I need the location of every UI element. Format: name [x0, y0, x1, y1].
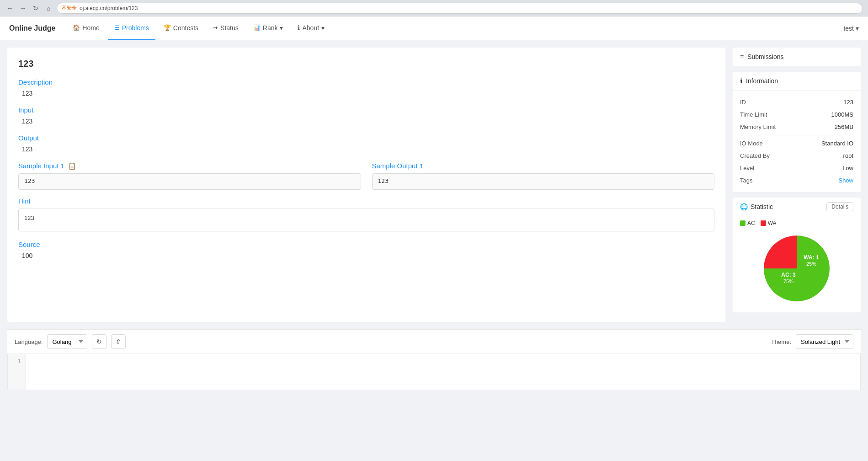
legend-ac-item: AC [740, 220, 755, 226]
info-divider1 [740, 135, 853, 135]
refresh-button[interactable]: ↻ [31, 4, 40, 13]
info-id-label: ID [740, 99, 746, 106]
pie-chart-container: AC: 3 75% WA: 1 25% [733, 228, 861, 312]
status-nav-icon: ➜ [213, 24, 218, 31]
theme-label: Theme: [771, 338, 791, 345]
output-title: Output [18, 134, 714, 142]
info-icon: ℹ [740, 77, 742, 85]
info-created-by: Created By root [740, 150, 853, 162]
statistic-label: Statistic [751, 203, 773, 210]
source-content: 100 [18, 252, 714, 259]
main-layout: 123 Description 123 Input 123 Output 123… [0, 40, 868, 329]
nav-rank-label: Rank [263, 24, 278, 32]
copy-icon[interactable]: 📋 [68, 162, 76, 170]
about-dropdown-icon: ▾ [321, 24, 325, 32]
reset-button[interactable]: ↻ [92, 334, 107, 349]
nav-contests-label: Contests [173, 24, 198, 32]
code-editor-wrapper: 1 [7, 354, 861, 390]
wa-chart-percent: 25% [806, 261, 816, 267]
editor-bar: Language: Golang C C++ Java Python3 ↻ ⇧ … [7, 329, 861, 354]
language-label: Language: [15, 338, 43, 345]
back-button[interactable]: ← [5, 4, 15, 13]
home-nav-icon: 🏠 [73, 24, 80, 31]
hint-section: Hint 123 [18, 197, 714, 231]
sample-input-title: Sample Input 1 📋 [18, 162, 361, 170]
nav-problems[interactable]: ☰ Problems [108, 16, 155, 40]
line-numbers: 1 [8, 354, 26, 390]
submissions-menu-icon: ≡ [740, 53, 744, 60]
theme-select[interactable]: Solarized Light Monokai Dracula [796, 334, 853, 349]
forward-button[interactable]: → [18, 4, 27, 13]
sample-input-label: Sample Input 1 [18, 162, 64, 170]
submissions-label: Submissions [747, 53, 783, 60]
reset-icon: ↻ [96, 338, 102, 345]
legend-wa-item: WA [761, 220, 777, 226]
info-tags-show[interactable]: Show [838, 177, 853, 184]
nav-rank[interactable]: 📊 Rank ▾ [247, 16, 290, 40]
nav-about[interactable]: ℹ About ▾ [291, 16, 331, 40]
upload-button[interactable]: ⇧ [111, 334, 126, 349]
app-logo: Online Judge [9, 24, 55, 32]
ac-chart-label: AC: 3 [781, 272, 796, 278]
ac-dot [740, 220, 746, 226]
output-content: 123 [18, 145, 714, 153]
rank-nav-icon: 📊 [253, 24, 261, 31]
user-menu[interactable]: test ▾ [843, 25, 859, 32]
statistic-header: 🌐 Statistic Details [733, 198, 861, 216]
details-button[interactable]: Details [826, 202, 853, 211]
info-time-label: Time Limit [740, 111, 767, 118]
code-area[interactable] [26, 354, 860, 390]
info-created-value: root [843, 152, 853, 159]
wa-legend-label: WA [768, 220, 777, 226]
sample-output-block: Sample Output 1 123 [372, 162, 715, 190]
information-body: ID 123 Time Limit 1000MS Memory Limit 25… [733, 91, 861, 192]
source-title: Source [18, 241, 714, 248]
info-created-label: Created By [740, 152, 770, 159]
info-io-mode: IO Mode Standard IO [740, 137, 853, 150]
info-tags: Tags Show [740, 174, 853, 187]
nav-items: 🏠 Home ☰ Problems 🏆 Contests ➜ Status 📊 … [66, 16, 843, 40]
language-select[interactable]: Golang C C++ Java Python3 [47, 334, 87, 349]
about-nav-icon: ℹ [298, 24, 300, 31]
samples-row: Sample Input 1 📋 123 Sample Output 1 123 [18, 162, 714, 190]
info-time-limit: Time Limit 1000MS [740, 108, 853, 121]
problem-id: 123 [18, 59, 714, 69]
sample-output-title: Sample Output 1 [372, 162, 715, 170]
info-level-label: Level [740, 165, 754, 172]
problem-panel: 123 Description 123 Input 123 Output 123… [7, 48, 725, 322]
wa-dot [761, 220, 766, 226]
wa-slice [764, 236, 797, 268]
security-warning: 不安全 [62, 5, 77, 11]
url-bar[interactable]: 不安全 oj.aiecp.cn/problem/123 [57, 3, 863, 14]
contests-nav-icon: 🏆 [164, 24, 171, 31]
ac-chart-percent: 75% [783, 279, 793, 284]
info-level-value: Low [842, 165, 853, 172]
sample-output-label: Sample Output 1 [372, 162, 424, 170]
hint-box: 123 [18, 209, 714, 231]
nav-status-label: Status [220, 24, 239, 32]
statistic-title: 🌐 Statistic [740, 203, 773, 210]
info-memory-label: Memory Limit [740, 123, 776, 130]
nav-contests[interactable]: 🏆 Contests [157, 16, 205, 40]
user-dropdown-icon: ▾ [856, 25, 859, 32]
description-title: Description [18, 78, 714, 86]
info-id-value: 123 [843, 99, 853, 106]
ac-legend-label: AC [747, 220, 755, 226]
sample-input-box: 123 [18, 173, 361, 190]
submissions-card: ≡ Submissions [733, 48, 861, 66]
nav-home-label: Home [82, 24, 99, 32]
input-title: Input [18, 106, 714, 114]
home-button[interactable]: ⌂ [44, 4, 53, 13]
nav-home[interactable]: 🏠 Home [66, 16, 106, 40]
url-text: oj.aiecp.cn/problem/123 [80, 5, 138, 11]
info-io-value: Standard IO [821, 140, 853, 147]
info-time-value: 1000MS [831, 111, 853, 118]
legend: AC WA [733, 216, 861, 228]
input-content: 123 [18, 118, 714, 125]
app-nav: Online Judge 🏠 Home ☰ Problems 🏆 Contest… [0, 16, 868, 40]
nav-status[interactable]: ➜ Status [207, 16, 245, 40]
rank-dropdown-icon: ▾ [280, 24, 283, 32]
information-header: ℹ Information [733, 72, 861, 91]
sample-input-block: Sample Input 1 📋 123 [18, 162, 361, 190]
description-content: 123 [18, 90, 714, 97]
